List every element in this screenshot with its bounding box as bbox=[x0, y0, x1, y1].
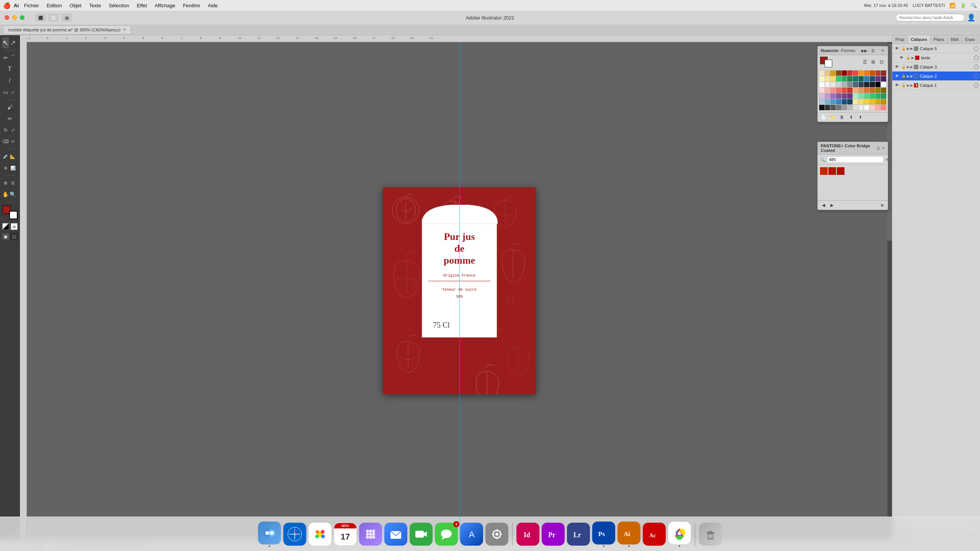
sub-expand-3[interactable]: ▶ bbox=[910, 65, 913, 69]
canvas-area[interactable]: -10 12 34 56 78 910 1112 1314 1516 1718 … bbox=[20, 35, 892, 540]
rotate-tool[interactable]: ↻ bbox=[2, 125, 9, 135]
swatch[interactable] bbox=[853, 105, 858, 110]
swatch[interactable] bbox=[864, 88, 869, 93]
swatch[interactable] bbox=[870, 99, 875, 104]
layer-target-5[interactable] bbox=[974, 46, 978, 51]
menu-selection[interactable]: Sélection bbox=[105, 2, 133, 9]
lock-icon[interactable]: 🔓 bbox=[901, 46, 906, 51]
swatch[interactable] bbox=[875, 99, 881, 104]
swatch[interactable] bbox=[842, 82, 847, 87]
dock-safari[interactable] bbox=[283, 523, 306, 546]
swatch[interactable] bbox=[875, 82, 881, 87]
swatch[interactable] bbox=[881, 99, 886, 104]
swatch[interactable] bbox=[859, 88, 864, 93]
maximize-button[interactable] bbox=[20, 15, 24, 20]
swatch[interactable] bbox=[836, 99, 841, 104]
swatch[interactable] bbox=[881, 76, 886, 82]
swatch[interactable] bbox=[859, 99, 864, 104]
swatch[interactable] bbox=[864, 99, 869, 104]
hand-tool[interactable]: ✋ bbox=[2, 189, 9, 200]
lock-icon-3[interactable]: 🔓 bbox=[901, 64, 906, 70]
menu-objet[interactable]: Objet bbox=[66, 2, 85, 9]
slice-tool[interactable]: ⊟ bbox=[10, 178, 16, 188]
apple-menu[interactable]: 🍎 bbox=[3, 2, 11, 9]
swatch[interactable] bbox=[853, 76, 858, 82]
dock-facetime[interactable] bbox=[410, 523, 433, 546]
swatch[interactable] bbox=[859, 70, 864, 76]
swatch[interactable] bbox=[836, 105, 841, 110]
swatch[interactable] bbox=[875, 76, 881, 82]
eye-icon-3[interactable]: 👁 bbox=[894, 64, 900, 70]
pantone-result-3[interactable] bbox=[837, 167, 844, 175]
swatch[interactable] bbox=[875, 70, 881, 76]
swatch[interactable] bbox=[830, 105, 836, 110]
swatch[interactable] bbox=[825, 99, 830, 104]
pantone-add-icon[interactable]: ⊕ bbox=[879, 202, 885, 209]
swatch[interactable] bbox=[881, 82, 886, 87]
swatch[interactable] bbox=[875, 105, 881, 110]
expand-1[interactable]: ▶ bbox=[907, 83, 910, 87]
zoom-tool[interactable]: 🔍 bbox=[10, 189, 16, 200]
dock-indesign[interactable]: Id bbox=[516, 523, 539, 546]
swatch[interactable] bbox=[819, 93, 825, 99]
pantone-clear-icon[interactable]: ✕ bbox=[885, 157, 889, 162]
swatch[interactable] bbox=[830, 93, 836, 99]
layer-target-2[interactable] bbox=[974, 74, 978, 78]
sub-expand-icon[interactable]: ▶ bbox=[910, 47, 913, 51]
type-tool[interactable]: T bbox=[3, 64, 17, 75]
dock-finder[interactable] bbox=[258, 522, 281, 547]
swatch[interactable] bbox=[870, 93, 875, 99]
swatch[interactable] bbox=[842, 99, 847, 104]
swatch[interactable] bbox=[853, 82, 858, 87]
artboard-tool[interactable]: ⊞ bbox=[2, 178, 9, 188]
layer-row-5[interactable]: 👁 🔓 ▶ ▶ Calque 5 bbox=[892, 44, 980, 53]
swatch[interactable] bbox=[853, 70, 858, 76]
swatch[interactable] bbox=[819, 76, 825, 82]
swatch[interactable] bbox=[859, 76, 864, 82]
close-button[interactable] bbox=[5, 15, 9, 20]
swatch[interactable] bbox=[836, 88, 841, 93]
menu-texte[interactable]: Texte bbox=[85, 2, 105, 9]
swatch[interactable] bbox=[881, 105, 886, 110]
dock-launchpad[interactable] bbox=[359, 523, 382, 546]
pantone-next-icon[interactable]: ▶ bbox=[828, 202, 835, 209]
dock-appstore[interactable]: A bbox=[460, 523, 483, 546]
document-tab[interactable]: modèle étiquette jus de pomme.ai* @ 300%… bbox=[3, 25, 131, 34]
background-swatch[interactable] bbox=[825, 60, 832, 67]
color-icon[interactable] bbox=[2, 223, 9, 230]
new-group-icon[interactable]: 📁 bbox=[829, 114, 836, 121]
swatch[interactable] bbox=[830, 82, 836, 87]
expand-2[interactable]: ▶ bbox=[907, 74, 910, 78]
layer-row-texte[interactable]: 👁 🔓 ▶ texte bbox=[892, 53, 980, 62]
dock-trash[interactable] bbox=[699, 523, 722, 546]
swatch[interactable] bbox=[870, 105, 875, 110]
dock-premiere[interactable]: Pr bbox=[542, 523, 565, 546]
tab-close-icon[interactable]: ✕ bbox=[123, 28, 126, 32]
swatch[interactable] bbox=[842, 105, 847, 110]
eye-icon-1[interactable]: 👁 bbox=[894, 82, 900, 88]
measure-tool[interactable]: 📐 bbox=[10, 151, 16, 162]
dock-systemprefs[interactable] bbox=[485, 523, 508, 546]
pantone-result-1[interactable] bbox=[820, 167, 828, 175]
dock-illustrator[interactable]: Ai bbox=[617, 522, 640, 547]
tab-bibli[interactable]: Bibli bbox=[948, 35, 962, 44]
dock-photoshop[interactable]: Ps bbox=[592, 522, 615, 547]
pantone-menu[interactable]: ☰ bbox=[877, 146, 880, 150]
canvas-content[interactable]: Pur jus de pomme Origine France Teneur d… bbox=[27, 42, 892, 540]
swatch[interactable] bbox=[881, 93, 886, 99]
nuancier-close[interactable]: ✕ bbox=[881, 48, 885, 53]
swatch[interactable] bbox=[825, 93, 830, 99]
tab-nuancier[interactable]: Nuancier bbox=[821, 48, 839, 53]
eye-icon[interactable]: 👁 bbox=[894, 46, 900, 52]
menu-effet[interactable]: Effet bbox=[133, 2, 151, 9]
scale-tool[interactable]: ⤢ bbox=[10, 125, 16, 135]
swatch[interactable] bbox=[819, 70, 825, 76]
help-search-input[interactable] bbox=[896, 14, 965, 21]
swatch[interactable] bbox=[864, 82, 869, 87]
eyedropper-tool[interactable]: 💉 bbox=[2, 151, 9, 162]
swatch[interactable] bbox=[836, 70, 841, 76]
sub-expand-1[interactable]: ▶ bbox=[910, 83, 913, 87]
view-btn[interactable]: ▤ bbox=[61, 13, 72, 22]
full-screen[interactable]: ▢ bbox=[10, 233, 18, 240]
swatch[interactable] bbox=[853, 93, 858, 99]
